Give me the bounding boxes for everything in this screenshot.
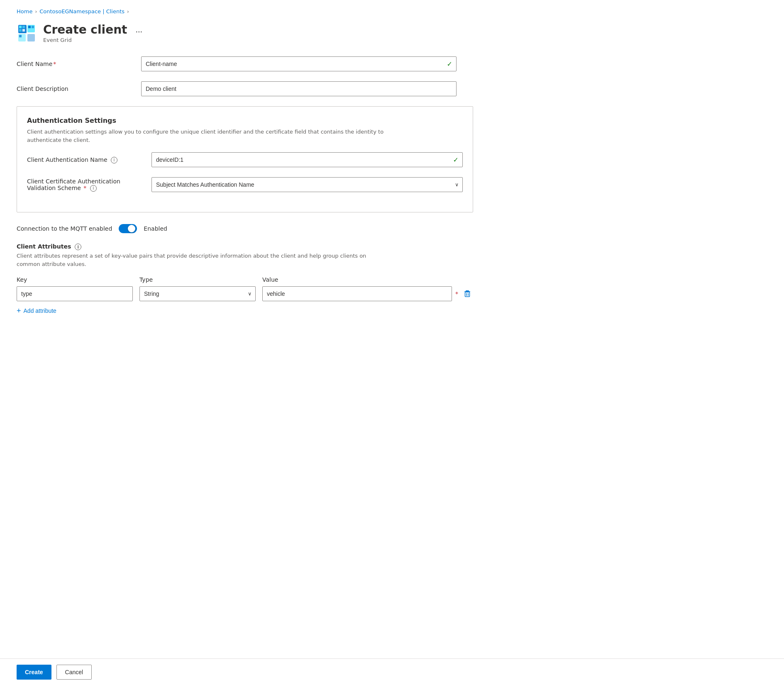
svg-rect-1 [19,26,22,28]
breadcrumb-sep-1: › [35,9,37,15]
title-block: Create client ... Event Grid [43,23,146,43]
attr-columns-header: Key Type Value [17,276,473,283]
cert-scheme-select[interactable]: Subject Matches Authentication Name Thum… [151,177,463,192]
client-description-input[interactable] [141,81,457,96]
attr-required-star: * [455,290,458,297]
client-attributes-title: Client Attributes i [17,243,473,250]
auth-name-field-wrapper: ✓ [151,152,463,167]
client-description-label: Client Description [17,85,133,92]
svg-rect-9 [19,35,22,37]
mqtt-toggle[interactable] [119,224,137,233]
auth-name-row: Client Authentication Name i ✓ [27,152,463,167]
auth-settings-box: Authentication Settings Client authentic… [17,106,473,212]
add-icon: + [17,307,21,314]
client-attributes-info-icon: i [75,244,81,250]
cert-scheme-info-icon: i [90,185,97,192]
breadcrumb-home[interactable]: Home [17,8,32,15]
svg-rect-10 [27,34,35,41]
attr-key-input[interactable] [17,286,133,301]
cancel-button[interactable]: Cancel [56,665,92,680]
client-name-label: Client Name* [17,61,133,67]
client-name-field-wrapper: ✓ [141,56,457,71]
breadcrumb-namespace[interactable]: ContosoEGNamespace | Clients [39,8,125,15]
client-description-row: Client Description [17,81,473,96]
attr-row: String Integer Boolean ∨ * [17,286,473,301]
svg-rect-6 [28,26,31,28]
create-button[interactable]: Create [17,665,51,680]
svg-rect-11 [466,290,469,291]
breadcrumb: Home › ContosoEGNamespace | Clients › [17,8,767,15]
check-icon: ✓ [447,60,452,68]
auth-name-info-icon: i [111,157,117,163]
auth-settings-desc: Client authentication settings allow you… [27,128,401,144]
client-name-input[interactable] [141,56,457,71]
page-header: Create client ... Event Grid [17,23,767,43]
add-attribute-label: Add attribute [24,307,56,314]
svg-rect-2 [22,26,25,28]
auth-name-input[interactable] [151,152,463,167]
page-subtitle: Event Grid [43,37,72,43]
create-client-form: Client Name* ✓ Client Description Authen… [17,56,473,317]
attr-value-input[interactable] [262,286,452,301]
auth-name-label: Client Authentication Name i [27,156,143,163]
attr-type-wrapper: String Integer Boolean ∨ [139,286,256,301]
svg-rect-13 [465,292,470,297]
delete-attr-button[interactable] [462,288,473,300]
cert-scheme-row: Client Certificate Authentication Valida… [27,177,463,192]
attr-value-wrapper: * [262,286,473,301]
attr-type-header: Type [139,276,256,283]
breadcrumb-sep-2: › [127,9,129,15]
page-title: Create client [43,23,127,37]
event-grid-icon [17,23,37,43]
mqtt-label: Connection to the MQTT enabled [17,225,112,232]
mqtt-toggle-label: Enabled [144,225,167,232]
attr-type-select[interactable]: String Integer Boolean [139,286,256,301]
attr-value-header: Value [262,276,473,283]
footer-bar: Create Cancel [0,658,784,685]
auth-check-icon: ✓ [453,156,459,164]
svg-rect-3 [19,29,22,32]
add-attribute-button[interactable]: + Add attribute [17,305,56,317]
cert-scheme-label: Client Certificate Authentication Valida… [27,178,143,192]
mqtt-row: Connection to the MQTT enabled Enabled [17,224,473,233]
attr-key-header: Key [17,276,133,283]
trash-icon [463,290,471,298]
cert-scheme-select-wrapper: Subject Matches Authentication Name Thum… [151,177,463,192]
client-attributes-section: Client Attributes i Client attributes re… [17,243,473,317]
auth-settings-title: Authentication Settings [27,117,463,124]
svg-rect-4 [22,29,25,32]
client-attributes-desc: Client attributes represent a set of key… [17,252,390,268]
client-name-row: Client Name* ✓ [17,56,473,71]
svg-rect-7 [32,26,34,28]
ellipsis-button[interactable]: ... [132,23,146,36]
